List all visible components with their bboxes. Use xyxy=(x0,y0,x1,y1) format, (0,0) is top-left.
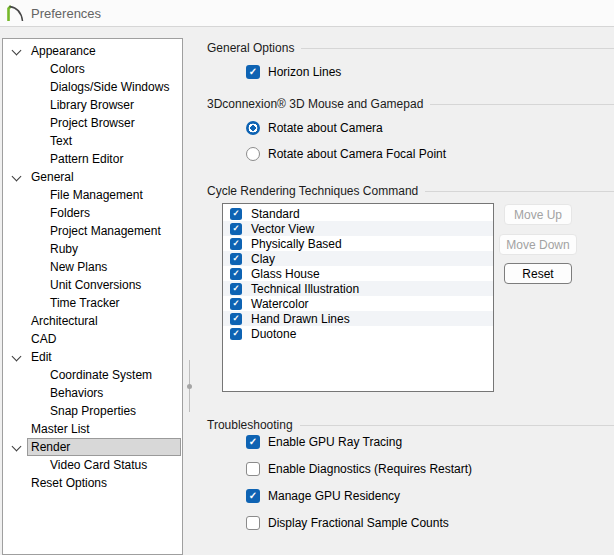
chevron-down-icon[interactable] xyxy=(12,352,22,362)
sidebar-item-label[interactable]: CAD xyxy=(27,330,181,348)
sidebar-item-snap-properties[interactable]: Snap Properties xyxy=(3,402,182,420)
sidebar-item-video-card-status[interactable]: Video Card Status xyxy=(3,456,182,474)
sidebar-item-label[interactable]: Folders xyxy=(46,204,181,222)
sidebar-item-label[interactable]: Time Tracker xyxy=(46,294,181,312)
sidebar-item-label[interactable]: Unit Conversions xyxy=(46,276,181,294)
checkbox-checked-icon[interactable]: ✓ xyxy=(246,435,260,449)
radio-row-rotate-about-camera[interactable]: Rotate about Camera xyxy=(246,120,383,136)
sidebar-tree[interactable]: AppearanceColorsDialogs/Side WindowsLibr… xyxy=(2,38,183,555)
chevron-down-icon[interactable] xyxy=(12,172,22,182)
sidebar-item-unit-conversions[interactable]: Unit Conversions xyxy=(3,276,182,294)
sidebar-item-label[interactable]: File Management xyxy=(46,186,181,204)
sidebar-item-label[interactable]: Ruby xyxy=(46,240,181,258)
sidebar-item-new-plans[interactable]: New Plans xyxy=(3,258,182,276)
chevron-down-icon[interactable] xyxy=(12,46,22,56)
checkbox-checked-icon[interactable]: ✓ xyxy=(230,283,242,295)
sidebar-item-label[interactable]: Text xyxy=(46,132,181,150)
sidebar-item-pattern-editor[interactable]: Pattern Editor xyxy=(3,150,182,168)
sidebar-item-label[interactable]: Library Browser xyxy=(46,96,181,114)
troubleshooting-row-manage-gpu-residency[interactable]: ✓Manage GPU Residency xyxy=(246,488,400,504)
technique-item-glass-house[interactable]: ✓Glass House xyxy=(223,266,493,281)
sidebar-item-text[interactable]: Text xyxy=(3,132,182,150)
sidebar-item-label[interactable]: Pattern Editor xyxy=(46,150,181,168)
sidebar-item-label[interactable]: Render xyxy=(27,438,181,456)
troubleshooting-row-display-fractional-sample-counts[interactable]: Display Fractional Sample Counts xyxy=(246,515,449,531)
technique-item-duotone[interactable]: ✓Duotone xyxy=(223,326,493,341)
technique-item-clay[interactable]: ✓Clay xyxy=(223,251,493,266)
splitter-handle-dot[interactable] xyxy=(187,384,192,389)
group-divider-line xyxy=(300,425,614,426)
sidebar-item-reset-options[interactable]: Reset Options xyxy=(3,474,182,492)
sidebar-item-label[interactable]: Architectural xyxy=(27,312,181,330)
sidebar-item-folders[interactable]: Folders xyxy=(3,204,182,222)
move-down-button[interactable]: Move Down xyxy=(499,234,577,255)
checkbox-checked-icon[interactable]: ✓ xyxy=(230,223,242,235)
sidebar-item-label[interactable]: Dialogs/Side Windows xyxy=(46,78,181,96)
sidebar-item-dialogs-side-windows[interactable]: Dialogs/Side Windows xyxy=(3,78,182,96)
sidebar-item-file-management[interactable]: File Management xyxy=(3,186,182,204)
group-title: 3Dconnexion® 3D Mouse and Gamepad xyxy=(207,97,423,111)
sidebar-item-label[interactable]: Video Card Status xyxy=(46,456,181,474)
checkbox-checked-icon[interactable]: ✓ xyxy=(230,298,242,310)
sidebar-item-library-browser[interactable]: Library Browser xyxy=(3,96,182,114)
radio-row-rotate-about-camera-focal-point[interactable]: Rotate about Camera Focal Point xyxy=(246,146,446,162)
group-cycle-rendering: Cycle Rendering Techniques Command xyxy=(207,184,614,198)
sidebar-item-label[interactable]: Snap Properties xyxy=(46,402,181,420)
sidebar-item-label[interactable]: Appearance xyxy=(27,42,181,60)
sidebar-item-label[interactable]: Project Management xyxy=(46,222,181,240)
chevron-down-icon[interactable] xyxy=(12,442,22,452)
group-divider-line xyxy=(425,191,614,192)
checkbox-checked-icon[interactable]: ✓ xyxy=(246,489,260,503)
move-up-button[interactable]: Move Up xyxy=(504,204,572,225)
technique-item-standard[interactable]: ✓Standard xyxy=(223,206,493,221)
general-option-row-horizon-lines[interactable]: ✓Horizon Lines xyxy=(246,64,341,80)
checkbox-checked-icon[interactable]: ✓ xyxy=(230,268,242,280)
technique-item-physically-based[interactable]: ✓Physically Based xyxy=(223,236,493,251)
checkbox-unchecked-icon[interactable] xyxy=(246,462,260,476)
sidebar-item-appearance[interactable]: Appearance xyxy=(3,42,182,60)
sidebar-item-colors[interactable]: Colors xyxy=(3,60,182,78)
sidebar-item-general[interactable]: General xyxy=(3,168,182,186)
technique-item-vector-view[interactable]: ✓Vector View xyxy=(223,221,493,236)
sidebar-item-project-management[interactable]: Project Management xyxy=(3,222,182,240)
checkbox-checked-icon[interactable]: ✓ xyxy=(230,208,242,220)
technique-item-hand-drawn-lines[interactable]: ✓Hand Drawn Lines xyxy=(223,311,493,326)
troubleshooting-row-enable-gpu-ray-tracing[interactable]: ✓Enable GPU Ray Tracing xyxy=(246,434,402,450)
sidebar-item-label[interactable]: Coordinate System xyxy=(46,366,181,384)
sidebar-item-ruby[interactable]: Ruby xyxy=(3,240,182,258)
sidebar-item-architectural[interactable]: Architectural xyxy=(3,312,182,330)
reset-button[interactable]: Reset xyxy=(504,263,572,284)
sidebar-item-behaviors[interactable]: Behaviors xyxy=(3,384,182,402)
technique-item-technical-illustration[interactable]: ✓Technical Illustration xyxy=(223,281,493,296)
technique-label: Technical Illustration xyxy=(251,282,359,296)
sidebar-item-label[interactable]: General xyxy=(27,168,181,186)
radio-selected-icon[interactable] xyxy=(246,121,260,135)
sidebar-item-master-list[interactable]: Master List xyxy=(3,420,182,438)
sidebar-item-label[interactable]: Edit xyxy=(27,348,181,366)
sidebar-item-label[interactable]: New Plans xyxy=(46,258,181,276)
checkbox-checked-icon[interactable]: ✓ xyxy=(230,238,242,250)
sidebar-item-edit[interactable]: Edit xyxy=(3,348,182,366)
radio-unselected-icon[interactable] xyxy=(246,147,260,161)
technique-label: Duotone xyxy=(251,327,296,341)
checkbox-checked-icon[interactable]: ✓ xyxy=(230,313,242,325)
checkbox-checked-icon[interactable]: ✓ xyxy=(246,65,260,79)
technique-item-watercolor[interactable]: ✓Watercolor xyxy=(223,296,493,311)
troubleshooting-label: Enable Diagnostics (Requires Restart) xyxy=(268,462,472,476)
sidebar-item-render[interactable]: Render xyxy=(3,438,182,456)
troubleshooting-row-enable-diagnostics-requires-restart[interactable]: Enable Diagnostics (Requires Restart) xyxy=(246,461,472,477)
sidebar-item-coordinate-system[interactable]: Coordinate System xyxy=(3,366,182,384)
sidebar-item-time-tracker[interactable]: Time Tracker xyxy=(3,294,182,312)
rendering-techniques-list[interactable]: ✓Standard✓Vector View✓Physically Based✓C… xyxy=(222,203,494,392)
sidebar-item-cad[interactable]: CAD xyxy=(3,330,182,348)
sidebar-item-label[interactable]: Project Browser xyxy=(46,114,181,132)
dialog-title: Preferences xyxy=(31,6,101,21)
sidebar-item-label[interactable]: Behaviors xyxy=(46,384,181,402)
checkbox-checked-icon[interactable]: ✓ xyxy=(230,328,242,340)
sidebar-item-label[interactable]: Master List xyxy=(27,420,181,438)
checkbox-checked-icon[interactable]: ✓ xyxy=(230,253,242,265)
sidebar-item-label[interactable]: Reset Options xyxy=(27,474,181,492)
sidebar-item-project-browser[interactable]: Project Browser xyxy=(3,114,182,132)
checkbox-unchecked-icon[interactable] xyxy=(246,516,260,530)
sidebar-item-label[interactable]: Colors xyxy=(46,60,181,78)
